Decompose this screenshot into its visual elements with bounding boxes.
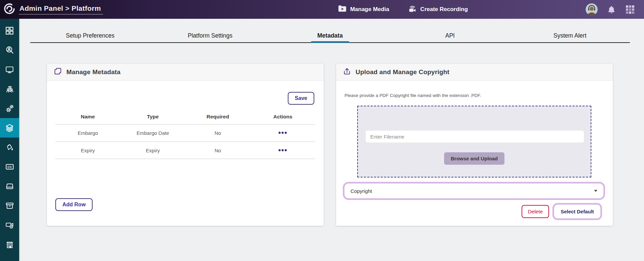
manage-metadata-card-header: Manage Metadata: [47, 64, 324, 81]
cell-type: Expiry: [120, 148, 185, 153]
create-recording-label: Create Recording: [420, 6, 468, 13]
recorder-wifi-icon: [408, 4, 417, 14]
sidebar-item-recordings[interactable]: [0, 215, 19, 235]
delete-button[interactable]: Delete: [522, 205, 549, 218]
cell-type: Embargo Date: [120, 130, 185, 136]
copyright-card-header: Upload and Manage Copyright: [336, 64, 613, 81]
organization-building-icon: [5, 240, 14, 249]
notifications-bell-icon[interactable]: [607, 5, 616, 14]
browse-and-upload-button[interactable]: Browse and Upload: [444, 152, 504, 165]
sidebar-item-storage[interactable]: [0, 176, 19, 196]
copyright-card-body: Please provide a PDF Copyright file name…: [336, 81, 613, 225]
main-content: Setup Preferences Platform Settings Meta…: [19, 19, 644, 261]
sidebar: CC: [0, 19, 19, 261]
copyright-instructions: Please provide a PDF Copyright file name…: [344, 93, 481, 98]
card-title: Manage Metadata: [66, 68, 120, 76]
svg-text:CC: CC: [7, 165, 12, 169]
top-bar: Admin Panel > Platform Manage Media: [0, 0, 644, 19]
top-right-cluster: [586, 0, 635, 19]
sidebar-item-branding[interactable]: [0, 138, 19, 157]
table-row: Embargo Embargo Date No •••: [55, 124, 315, 142]
sidebar-item-captions[interactable]: CC: [0, 157, 19, 176]
tab-platform-settings[interactable]: Platform Settings: [150, 19, 270, 42]
row-actions-menu-button[interactable]: •••: [278, 147, 287, 154]
user-search-icon: [5, 46, 14, 55]
filename-input[interactable]: [365, 130, 584, 143]
tab-label: Platform Settings: [188, 32, 232, 39]
create-recording-button[interactable]: Create Recording: [408, 4, 468, 14]
manage-media-label: Manage Media: [350, 6, 389, 13]
brand[interactable]: Admin Panel > Platform: [3, 3, 103, 16]
save-button[interactable]: Save: [288, 92, 314, 105]
top-actions: Manage Media Create Recording: [338, 4, 468, 14]
closed-captions-icon: CC: [5, 162, 14, 171]
column-header-type: Type: [120, 114, 185, 120]
sidebar-item-settings[interactable]: [0, 99, 19, 118]
sidebar-item-user-search[interactable]: [0, 40, 19, 60]
table-header-row: Name Type Required Actions: [55, 109, 315, 124]
page-title: Admin Panel > Platform: [19, 4, 103, 14]
tab-label: System Alert: [553, 32, 586, 39]
tab-metadata[interactable]: Metadata: [270, 19, 390, 42]
cell-name: Embargo: [55, 130, 120, 136]
audience-broadcast-icon: [5, 84, 14, 94]
tab-bar: Setup Preferences Platform Settings Meta…: [30, 19, 630, 43]
sidebar-item-archive[interactable]: [0, 196, 19, 215]
paint-bucket-icon: [5, 143, 14, 152]
layers-icon: [5, 123, 14, 133]
copyright-file-select[interactable]: Copyright: [343, 182, 605, 200]
manage-metadata-card: Manage Metadata Save Name Type Required …: [47, 64, 324, 226]
storage-drive-icon: [5, 181, 14, 191]
upload-icon: [343, 67, 351, 77]
manage-metadata-card-body: Save Name Type Required Actions Embargo …: [47, 81, 324, 225]
sidebar-item-audience[interactable]: [0, 79, 19, 99]
apps-grid-icon[interactable]: [625, 5, 635, 14]
column-header-actions: Actions: [250, 114, 315, 120]
sidebar-item-screens[interactable]: [0, 60, 19, 79]
metadata-table: Name Type Required Actions Embargo Embar…: [55, 109, 315, 159]
video-recorder-icon: [5, 220, 14, 230]
add-row-button[interactable]: Add Row: [55, 198, 93, 211]
select-value: Copyright: [351, 188, 372, 194]
select-default-button[interactable]: Select Default: [552, 203, 602, 220]
cell-name: Expiry: [55, 148, 120, 153]
gears-icon: [5, 104, 14, 113]
tab-setup-preferences[interactable]: Setup Preferences: [30, 19, 150, 42]
column-header-required: Required: [185, 114, 251, 120]
upload-dropzone[interactable]: Browse and Upload: [357, 106, 591, 177]
dashboard-grid-icon: [5, 26, 14, 35]
cell-required: No: [185, 148, 251, 153]
monitor-icon: [5, 65, 14, 74]
table-row: Expiry Expiry No •••: [55, 142, 315, 159]
manage-media-button[interactable]: Manage Media: [338, 5, 389, 14]
cell-required: No: [185, 130, 251, 136]
tab-system-alert[interactable]: System Alert: [510, 19, 630, 42]
copyright-card: Upload and Manage Copyright Please provi…: [336, 64, 613, 226]
screenpal-logo-icon: [3, 3, 15, 16]
chevron-down-icon: [594, 190, 597, 192]
tab-label: Setup Preferences: [66, 32, 114, 39]
user-avatar[interactable]: [586, 3, 598, 15]
sidebar-item-metadata-layers[interactable]: [0, 118, 19, 138]
row-actions-menu-button[interactable]: •••: [278, 129, 287, 137]
sidebar-item-dashboard[interactable]: [0, 21, 19, 40]
tab-label: API: [445, 32, 454, 39]
folder-play-icon: [338, 5, 347, 14]
tab-label: Metadata: [317, 32, 343, 39]
column-header-name: Name: [55, 114, 120, 120]
card-title: Upload and Manage Copyright: [356, 68, 449, 76]
stacked-cards-icon: [54, 67, 62, 77]
sidebar-item-organization[interactable]: [0, 235, 19, 254]
tab-api[interactable]: API: [390, 19, 510, 42]
archive-box-icon: [5, 201, 14, 210]
